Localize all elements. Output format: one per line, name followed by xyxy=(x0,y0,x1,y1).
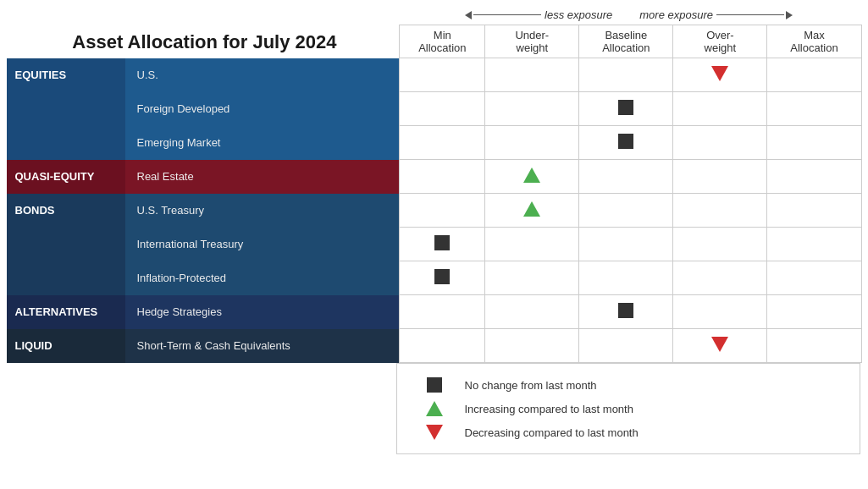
arrow-left-icon xyxy=(465,11,472,19)
category-label: EQUITIES xyxy=(15,69,67,81)
category-label: LIQUID xyxy=(15,339,53,352)
item-label: Foreign Developed xyxy=(137,102,230,115)
cell-min xyxy=(400,295,485,329)
item-cell: U.S. xyxy=(125,58,400,92)
label-cell: Emerging Market xyxy=(7,126,400,160)
table-row: International Treasury xyxy=(7,228,862,261)
cell-max xyxy=(767,329,861,363)
item-label: U.S. xyxy=(137,69,158,81)
item-label: International Treasury xyxy=(137,238,244,250)
category-label: BONDS xyxy=(15,204,55,217)
cell-max xyxy=(767,92,861,126)
item-cell: International Treasury xyxy=(125,228,400,261)
cell-under xyxy=(485,329,579,363)
more-exposure-label: more exposure xyxy=(639,8,713,21)
table-row: Emerging Market xyxy=(7,126,862,160)
item-cell: Inflation-Protected xyxy=(125,261,400,295)
cell-baseline xyxy=(579,160,673,194)
cell-over xyxy=(673,92,767,126)
label-cell: EQUITIESU.S. xyxy=(7,58,400,92)
cell-min xyxy=(400,261,485,295)
exposure-header: less exposure more exposure xyxy=(7,8,862,21)
item-cell: Real Estate xyxy=(125,160,400,194)
arrow-right-icon xyxy=(786,11,793,19)
cell-max xyxy=(767,126,861,160)
category-label: QUASI-EQUITY xyxy=(15,170,95,183)
table-row: QUASI-EQUITYReal Estate xyxy=(7,160,862,194)
cell-over xyxy=(673,261,767,295)
cell-under xyxy=(485,92,579,126)
legend-symbol xyxy=(417,377,451,393)
triangle-down-icon xyxy=(711,337,728,352)
cell-min xyxy=(400,160,485,194)
cell-baseline xyxy=(579,92,673,126)
item-cell: Short-Term & Cash Equivalents xyxy=(125,329,400,363)
cell-over xyxy=(673,295,767,329)
triangle-down-icon xyxy=(711,66,728,81)
table-row: ALTERNATIVESHedge Strategies xyxy=(7,295,862,329)
cell-baseline xyxy=(579,228,673,261)
cell-over xyxy=(673,160,767,194)
cell-min xyxy=(400,228,485,261)
column-header-row: Asset Allocation for July 2024 Min Alloc… xyxy=(7,25,862,58)
label-cell: Inflation-Protected xyxy=(7,261,400,295)
cell-under xyxy=(485,160,579,194)
table-row: Inflation-Protected xyxy=(7,261,862,295)
category-cell: QUASI-EQUITY xyxy=(7,160,125,194)
line-right xyxy=(716,14,784,15)
item-label: Short-Term & Cash Equivalents xyxy=(137,339,290,352)
label-cell: International Treasury xyxy=(7,228,400,261)
cell-over xyxy=(673,126,767,160)
triangle-down-icon xyxy=(426,425,443,440)
item-cell: Hedge Strategies xyxy=(125,295,400,329)
cell-min xyxy=(400,194,485,228)
category-cell xyxy=(7,228,125,261)
square-icon xyxy=(618,303,633,318)
cell-max xyxy=(767,261,861,295)
cell-over xyxy=(673,228,767,261)
cell-under xyxy=(485,295,579,329)
item-cell: U.S. Treasury xyxy=(125,194,400,228)
cell-baseline xyxy=(579,329,673,363)
table-row: EQUITIESU.S. xyxy=(7,58,862,92)
item-cell: Emerging Market xyxy=(125,126,400,160)
category-cell: EQUITIES xyxy=(7,58,125,92)
cell-under xyxy=(485,194,579,228)
item-label: Hedge Strategies xyxy=(137,305,222,318)
label-cell: Foreign Developed xyxy=(7,92,400,126)
cell-min xyxy=(400,92,485,126)
cell-max xyxy=(767,160,861,194)
square-icon xyxy=(427,377,442,393)
item-label: Inflation-Protected xyxy=(137,272,227,284)
square-icon xyxy=(618,134,633,149)
category-cell: ALTERNATIVES xyxy=(7,295,125,329)
table-row: Foreign Developed xyxy=(7,92,862,126)
legend-symbol xyxy=(417,425,451,440)
triangle-up-icon xyxy=(426,401,443,416)
legend-area: No change from last monthIncreasing comp… xyxy=(396,363,860,454)
header-max: Max Allocation xyxy=(767,25,861,58)
legend-item: Increasing compared to last month xyxy=(417,401,839,416)
cell-under xyxy=(485,126,579,160)
cell-under xyxy=(485,228,579,261)
table-row: LIQUIDShort-Term & Cash Equivalents xyxy=(7,329,862,363)
allocation-table: Asset Allocation for July 2024 Min Alloc… xyxy=(7,25,862,363)
item-label: Emerging Market xyxy=(137,136,221,149)
square-icon xyxy=(434,235,450,250)
legend-item: Decreasing compared to last month xyxy=(417,425,839,440)
page-title: Asset Allocation for July 2024 xyxy=(72,31,336,52)
cell-min xyxy=(400,126,485,160)
category-cell xyxy=(7,261,125,295)
cell-min xyxy=(400,58,485,92)
category-cell xyxy=(7,126,125,160)
category-label: ALTERNATIVES xyxy=(15,305,98,318)
cell-over xyxy=(673,58,767,92)
label-cell: LIQUIDShort-Term & Cash Equivalents xyxy=(7,329,400,363)
item-label: U.S. Treasury xyxy=(137,204,204,217)
cell-max xyxy=(767,194,861,228)
category-cell: BONDS xyxy=(7,194,125,228)
less-exposure-label: less exposure xyxy=(545,8,612,21)
triangle-up-icon xyxy=(523,168,540,183)
cell-under xyxy=(485,261,579,295)
header-over: Over- weight xyxy=(673,25,767,58)
